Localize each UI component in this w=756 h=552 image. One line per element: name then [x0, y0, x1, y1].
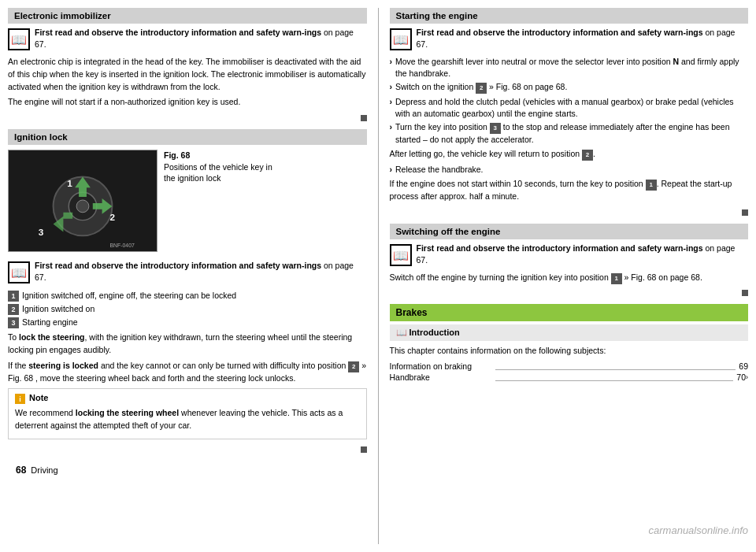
- badge-3: 3: [8, 317, 19, 328]
- ignition-body2-para2: If the steering is locked and the key ca…: [8, 360, 367, 385]
- starting-warn-text: First read and observe the introductory …: [417, 27, 749, 50]
- introduction-subheader: 📖 Introduction: [390, 324, 749, 341]
- ignition-svg: 1 2 3 BNF-0407: [9, 150, 157, 251]
- page-footer: 68 Driving: [8, 461, 367, 480]
- after-bullet-para2: If the engine does not start within 10 s…: [390, 178, 749, 203]
- warn-book-icon: 📖: [8, 28, 30, 50]
- immobilizer-warn-text: First read and observe the introductory …: [35, 27, 367, 50]
- toc-row-2: Handbrake 70 ›: [390, 372, 749, 382]
- arrow-icon-4: ›: [390, 121, 393, 145]
- electronic-immobilizer-section: Electronic immobilizer 📖 First read and …: [8, 8, 367, 121]
- ignition-warn-book-icon: 📖: [8, 261, 30, 283]
- fig-caption-line1: Positions of the vehicle key in: [164, 161, 272, 173]
- ignition-body2: To lock the steering, with the ignition …: [8, 332, 367, 384]
- starting-end-marker: [742, 209, 748, 216]
- ignition-diagram: 1 2 3 BNF-0407: [8, 150, 158, 252]
- ignition-body2-para1: To lock the steering, with the ignition …: [8, 332, 367, 357]
- svg-text:1: 1: [67, 178, 72, 189]
- list-item-2: 2 Ignition switched on: [8, 303, 367, 315]
- brakes-toc: Information on braking 69 Handbrake 70 ›: [390, 361, 749, 382]
- brakes-section: Brakes 📖 Introduction This chapter conta…: [390, 304, 749, 383]
- column-divider: [378, 8, 379, 544]
- page-category: Driving: [31, 465, 57, 475]
- immobilizer-warn-bold: First read and observe the introductory …: [35, 28, 321, 37]
- bullet-2-text: Switch on the ignition 2 » Fig. 68 on pa…: [395, 81, 567, 94]
- ignition-lock-header: Ignition lock: [8, 129, 367, 145]
- switching-off-section: Switching off the engine 📖 First read an…: [390, 224, 749, 296]
- list-item-1: 1 Ignition switched off, engine off, the…: [8, 290, 367, 302]
- ignition-list: 1 Ignition switched off, engine off, the…: [8, 290, 367, 328]
- ignition-section-end-marker: [361, 446, 367, 453]
- ignition-fig-container: 1 2 3 BNF-0407 Fig. 68 Positions of the …: [8, 150, 367, 252]
- bullet-3-text: Depress and hold the clutch pedal (vehic…: [395, 96, 748, 119]
- toc-num-2: 70: [736, 372, 746, 382]
- arrow-icon-3: ›: [390, 96, 393, 119]
- svg-text:3: 3: [39, 227, 44, 238]
- badge-1: 1: [8, 291, 19, 302]
- bullet-2: › Switch on the ignition 2 » Fig. 68 on …: [390, 81, 749, 94]
- bullet-4: › Turn the key into position 3 to the st…: [390, 121, 749, 145]
- svg-text:2: 2: [109, 212, 115, 223]
- badge-2: 2: [8, 304, 19, 315]
- starting-warn-box: 📖 First read and observe the introductor…: [390, 24, 749, 54]
- toc-dots-1: [495, 362, 736, 370]
- ignition-lock-section: Ignition lock 1 2: [8, 129, 367, 453]
- note-box: i Note We recommend locking the steering…: [8, 388, 367, 439]
- toc-dots-2: [495, 373, 734, 381]
- immobilizer-para1: An electronic chip is integrated in the …: [8, 56, 367, 93]
- list-item-3: 3 Starting engine: [8, 317, 367, 328]
- switching-off-header: Switching off the engine: [390, 224, 749, 239]
- switching-warn-text: First read and observe the introductory …: [417, 243, 749, 265]
- toc-num-1: 69: [739, 361, 748, 371]
- list-item-3-text: Starting engine: [22, 317, 78, 328]
- section-end-marker: [361, 115, 367, 121]
- list-item-1-text: Ignition switched off, engine off, the s…: [22, 290, 236, 302]
- ignition-warn-text: First read and observe the introductory …: [35, 260, 367, 283]
- fig-caption-line2: the ignition lock: [164, 172, 272, 184]
- ignition-fig-caption: Fig. 68 Positions of the vehicle key in …: [164, 150, 272, 252]
- switching-warn-book-icon: 📖: [390, 244, 412, 266]
- arrow-icon-2: ›: [390, 81, 393, 94]
- ignition-warn-box: 📖 First read and observe the introductor…: [8, 257, 367, 287]
- watermark: carmanualsonline.info: [649, 524, 748, 536]
- brakes-intro-body: This chapter contains information on the…: [390, 345, 749, 358]
- switching-warn-bold: First read and observe the introductory …: [417, 243, 703, 253]
- brakes-header: Brakes: [390, 304, 749, 321]
- info-icon: i: [15, 394, 25, 404]
- bullet-1: › Move the gearshift lever into neutral …: [390, 56, 749, 79]
- svg-text:BNF-0407: BNF-0407: [109, 243, 135, 248]
- release-handbrake: › Release the handbrake.: [390, 164, 749, 176]
- ignition-warn-bold: First read and observe the introductory …: [35, 261, 321, 270]
- note-title: Note: [29, 393, 48, 402]
- switching-end-marker: [742, 290, 748, 296]
- starting-engine-section: Starting the engine 📖 First read and obs…: [390, 8, 749, 216]
- arrow-release: ›: [390, 164, 393, 176]
- starting-bullets: › Move the gearshift lever into neutral …: [390, 56, 749, 146]
- right-column: Starting the engine 📖 First read and obs…: [390, 8, 749, 544]
- toc-label-2: Handbrake: [390, 372, 492, 382]
- arrow-icon-1: ›: [390, 56, 393, 79]
- bullet-1-text: Move the gearshift lever into neutral or…: [395, 56, 748, 79]
- starting-after-bullets: After letting go, the vehicle key will r…: [390, 148, 749, 203]
- immobilizer-para2: The engine will not start if a non-autho…: [8, 96, 367, 109]
- switching-body: Switch off the engine by turning the ign…: [390, 272, 749, 284]
- left-column: Electronic immobilizer 📖 First read and …: [8, 8, 367, 544]
- toc-label-1: Information on braking: [390, 361, 492, 371]
- release-text: Release the handbrake.: [395, 164, 484, 176]
- fig-label: Fig. 68: [164, 150, 272, 161]
- switching-warn-box: 📖 First read and observe the introductor…: [390, 239, 749, 269]
- electronic-immobilizer-header: Electronic immobilizer: [8, 8, 367, 24]
- starting-warn-book-icon: 📖: [390, 28, 412, 50]
- bullet-3: › Depress and hold the clutch pedal (veh…: [390, 96, 749, 119]
- note-text: We recommend locking the steering wheel …: [15, 407, 360, 432]
- starting-warn-bold: First read and observe the introductory …: [417, 28, 703, 37]
- svg-point-3: [76, 200, 89, 213]
- list-item-2-text: Ignition switched on: [22, 303, 94, 315]
- page-number: 68: [16, 465, 26, 476]
- page-content: Electronic immobilizer 📖 First read and …: [0, 0, 756, 552]
- immobilizer-body: An electronic chip is integrated in the …: [8, 56, 367, 109]
- after-bullet-para1: After letting go, the vehicle key will r…: [390, 148, 749, 161]
- starting-engine-header: Starting the engine: [390, 8, 749, 24]
- introduction-title: Introduction: [410, 328, 460, 337]
- toc-row-1: Information on braking 69: [390, 361, 749, 371]
